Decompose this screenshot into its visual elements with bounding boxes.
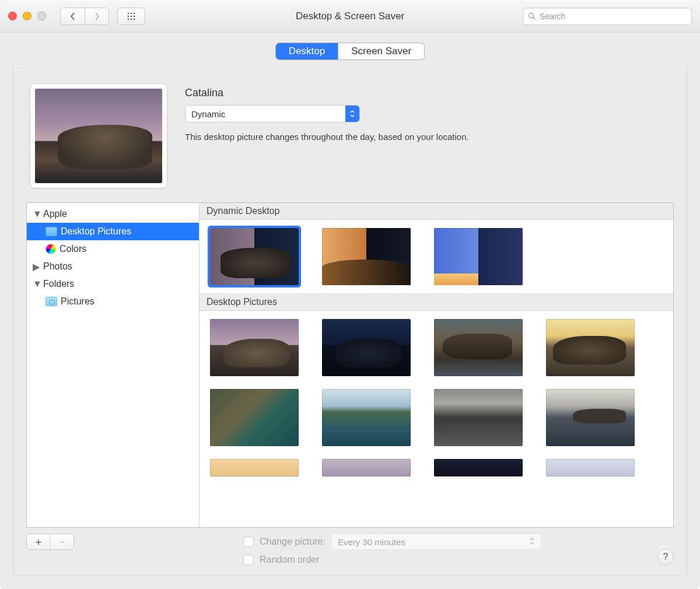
thumb-catalina-sunset[interactable]: [546, 319, 635, 376]
svg-line-10: [533, 17, 536, 19]
thumb-catalina-rock[interactable]: [434, 319, 523, 376]
updown-icon: [345, 106, 359, 122]
svg-point-9: [529, 13, 534, 17]
interval-value: Every 30 minutes: [338, 537, 405, 547]
svg-point-5: [134, 15, 135, 17]
sidebar-item-apple[interactable]: ▼ Apple: [27, 205, 199, 223]
thumb-catalina-fog[interactable]: [434, 389, 523, 446]
sidebar-item-pictures[interactable]: Pictures: [27, 293, 199, 310]
sidebar-item-colors[interactable]: Colors: [27, 240, 199, 258]
thumb-solar-gradient[interactable]: [434, 228, 523, 285]
section-header-dynamic: Dynamic Desktop: [200, 203, 673, 220]
thumb-partial-2[interactable]: [322, 459, 411, 476]
sidebar-item-label: Apple: [43, 209, 67, 219]
zoom-button: [37, 12, 46, 20]
change-picture-checkbox[interactable]: [243, 537, 254, 547]
nav-buttons: [60, 8, 145, 25]
svg-point-0: [128, 12, 130, 14]
interval-select: Every 30 minutes: [331, 534, 541, 550]
thumb-catalina-cliff[interactable]: [210, 389, 299, 446]
tab-bar: Desktop Screen Saver: [276, 43, 424, 59]
sidebar-item-photos[interactable]: ▶ Photos: [27, 258, 199, 275]
traffic-lights: [8, 12, 46, 20]
thumbnail-gallery[interactable]: Dynamic Desktop Desktop Pictures: [200, 203, 673, 527]
content-area: Desktop Screen Saver Catalina Dynamic Th…: [0, 33, 700, 589]
forward-button[interactable]: [85, 8, 109, 25]
source-sidebar: ▼ Apple Desktop Pictures Colors ▶ Photos: [27, 203, 200, 527]
grid-icon: [127, 12, 135, 20]
search-icon: [528, 12, 536, 20]
thumb-mojave-dynamic[interactable]: [322, 228, 411, 285]
random-order-checkbox: [243, 555, 254, 565]
current-info: Catalina Dynamic This desktop picture ch…: [185, 83, 670, 142]
wallpaper-description: This desktop picture changes throughout …: [185, 132, 670, 142]
svg-point-6: [128, 18, 130, 20]
source-browser: ▼ Apple Desktop Pictures Colors ▶ Photos: [26, 202, 674, 528]
thumb-partial-3[interactable]: [434, 459, 523, 476]
mode-select-value: Dynamic: [186, 106, 345, 122]
thumb-catalina-coast[interactable]: [322, 389, 411, 446]
sidebar-item-label: Photos: [43, 261, 72, 272]
pictures-folder-icon: [46, 297, 57, 306]
help-icon: ?: [663, 552, 668, 562]
folder-icon: [46, 227, 57, 236]
disclosure-triangle-icon: ▼: [33, 209, 40, 219]
thumb-catalina-silhouette[interactable]: [546, 389, 635, 446]
thumb-catalina-dynamic[interactable]: [210, 228, 299, 285]
chevron-left-icon: [69, 12, 77, 20]
disclosure-triangle-icon: ▶: [33, 261, 40, 272]
thumb-catalina-day[interactable]: [210, 319, 299, 376]
dynamic-grid: [200, 220, 673, 293]
change-picture-label: Change picture:: [260, 537, 326, 547]
svg-point-8: [134, 18, 135, 20]
sidebar-item-folders[interactable]: ▼ Folders: [27, 275, 199, 293]
section-header-pictures: Desktop Pictures: [200, 293, 673, 311]
updown-icon: [529, 537, 535, 547]
minimize-button[interactable]: [23, 12, 32, 20]
svg-point-3: [128, 15, 130, 17]
titlebar: Desktop & Screen Saver: [0, 0, 700, 33]
tab-desktop[interactable]: Desktop: [276, 43, 338, 59]
add-source-button[interactable]: ＋: [27, 534, 50, 549]
help-button[interactable]: ?: [657, 549, 674, 565]
add-remove-source: ＋ －: [26, 534, 74, 550]
sidebar-item-label: Desktop Pictures: [61, 226, 131, 237]
remove-source-button: －: [50, 534, 74, 549]
sidebar-item-label: Folders: [43, 279, 74, 289]
desktop-panel: Catalina Dynamic This desktop picture ch…: [13, 64, 687, 576]
search-input[interactable]: [540, 12, 687, 21]
current-preview-frame: [30, 83, 167, 188]
change-options: Change picture: Every 30 minutes Random …: [243, 534, 541, 565]
color-wheel-icon: [46, 244, 56, 254]
svg-point-4: [131, 15, 132, 17]
wallpaper-name: Catalina: [185, 87, 670, 99]
pictures-grid: [200, 311, 673, 485]
tab-screensaver[interactable]: Screen Saver: [338, 43, 424, 59]
show-all-button[interactable]: [117, 8, 145, 25]
disclosure-triangle-icon: ▼: [33, 279, 40, 289]
svg-point-1: [131, 12, 132, 14]
sidebar-item-desktop-pictures[interactable]: Desktop Pictures: [27, 223, 199, 240]
svg-point-7: [131, 18, 132, 20]
sidebar-item-label: Colors: [60, 244, 86, 254]
current-preview-image: [35, 89, 162, 183]
chevron-right-icon: [93, 12, 101, 20]
random-order-label: Random order: [260, 555, 319, 565]
current-wallpaper-row: Catalina Dynamic This desktop picture ch…: [26, 78, 674, 202]
thumb-partial-1[interactable]: [210, 459, 299, 476]
footer-row: ＋ － Change picture: Every 30 minutes: [26, 528, 674, 565]
thumb-catalina-night[interactable]: [322, 319, 411, 376]
thumb-partial-4[interactable]: [546, 459, 635, 476]
preferences-window: Desktop & Screen Saver Desktop Screen Sa…: [0, 0, 700, 589]
sidebar-item-label: Pictures: [61, 296, 94, 307]
back-button[interactable]: [60, 8, 85, 25]
svg-point-2: [134, 12, 135, 14]
close-button[interactable]: [8, 12, 17, 20]
mode-select[interactable]: Dynamic: [185, 105, 360, 122]
search-field[interactable]: [523, 8, 692, 25]
